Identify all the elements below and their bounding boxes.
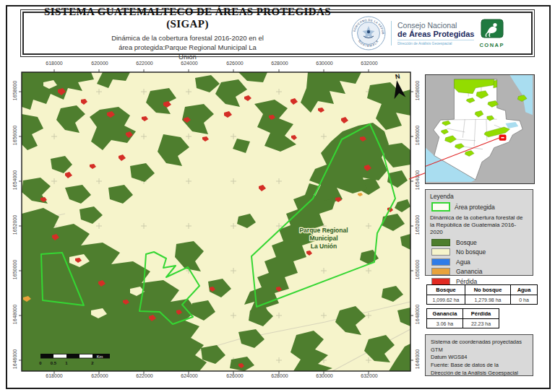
x-tick-top: 618000 xyxy=(36,61,72,66)
x-tick-bottom: 620000 xyxy=(82,373,118,378)
header-inner: SISTEMA GUATEMALTECO DE ÁREAS PROTEGIDAS… xyxy=(22,12,533,55)
legend: Leyenda Área protegida Dinámica de la co… xyxy=(425,189,533,276)
title-block: SISTEMA GUATEMALTECO DE ÁREAS PROTEGIDAS… xyxy=(24,4,351,61)
source-line: GTM xyxy=(431,347,528,354)
svg-text:Municipal: Municipal xyxy=(309,235,337,242)
x-tick-top: 630000 xyxy=(306,61,343,66)
x-tick-top: 632000 xyxy=(351,61,387,66)
y-tick-right: 1656000 xyxy=(415,114,420,157)
overview-map-canvas xyxy=(426,75,533,182)
council-line3: Dirección de Análisis Geoespacial xyxy=(397,40,474,45)
perdida-swatch xyxy=(431,278,450,285)
coverage-table: Bosque No bosque Agua 1,099.62 ha 1,279.… xyxy=(426,284,538,305)
legend-item-protected-area: Área protegida xyxy=(431,202,528,212)
header: SISTEMA GUATEMALTECO DE ÁREAS PROTEGIDAS… xyxy=(20,9,535,57)
legend-item-ganancia: Ganancia xyxy=(431,268,528,276)
legend-item-no-bosque: No bosque xyxy=(431,248,528,256)
y-tick-right: 1648000 xyxy=(415,293,420,336)
legend-title: Leyenda xyxy=(430,193,528,200)
guatemala-seal-icon: GOBIERNO DE LA REPÚBLICA GUATEMALA xyxy=(351,16,386,51)
protected-area-label: Área protegida xyxy=(455,204,495,211)
conap-quetzal-icon xyxy=(481,19,504,38)
legend-item-bosque: Bosque xyxy=(431,238,528,246)
protected-area-swatch xyxy=(431,202,450,212)
x-tick-bottom: 632000 xyxy=(351,373,387,378)
change-table-value-row: 3.06 ha 22.23 ha xyxy=(427,319,499,328)
change-table: Ganancia Pérdida 3.06 ha 22.23 ha xyxy=(426,308,499,328)
source-line: Datum WGS84 xyxy=(431,354,528,362)
y-tick-left: 1650000 xyxy=(12,248,17,292)
ganancia-swatch xyxy=(431,268,450,275)
conap-label: CONAP xyxy=(479,42,504,48)
y-tick-right: 1646000 xyxy=(415,338,420,381)
svg-text:0.5: 0.5 xyxy=(51,361,57,365)
y-tick-right: 1652000 xyxy=(415,204,420,247)
page-title: SISTEMA GUATEMALTECO DE ÁREAS PROTEGIDAS… xyxy=(24,6,351,30)
y-tick-left: 1646000 xyxy=(12,338,17,381)
svg-text:Km: Km xyxy=(97,354,103,359)
x-tick-bottom: 618000 xyxy=(36,373,72,378)
y-tick-right: 1650000 xyxy=(415,248,420,292)
y-tick-left: 1652000 xyxy=(12,204,17,247)
y-tick-left: 1648000 xyxy=(12,293,17,336)
x-tick-top: 626000 xyxy=(217,61,253,66)
page-subtitle: Dinámica de la cobertura forestal 2016-2… xyxy=(24,34,351,61)
svg-text:La Unión: La Unión xyxy=(311,243,337,250)
x-tick-bottom: 630000 xyxy=(306,373,343,378)
conap-logo: CONAP xyxy=(479,19,504,48)
source-line: Dirección de la Análisis Geoespacial xyxy=(431,370,528,378)
x-tick-bottom: 624000 xyxy=(171,373,207,378)
x-tick-bottom: 622000 xyxy=(126,373,163,378)
coverage-table-value-row: 1,099.62 ha 1,279.98 ha 0 ha xyxy=(427,295,538,305)
x-tick-top: 628000 xyxy=(262,61,298,66)
coverage-table-header-row: Bosque No bosque Agua xyxy=(427,285,538,295)
council-line1: Consejo Nacional xyxy=(397,21,474,30)
svg-text:Parque Regional: Parque Regional xyxy=(299,227,348,234)
change-table-header-row: Ganancia Pérdida xyxy=(427,309,499,319)
council-line2: de Áreas Protegidas xyxy=(397,30,474,38)
y-tick-left: 1658000 xyxy=(12,69,17,113)
no-bosque-swatch xyxy=(431,248,450,256)
logo-group: GOBIERNO DE LA REPÚBLICA GUATEMALA Conse… xyxy=(351,16,531,51)
source-info-box: Sistema de coordenadas proyectadas GTM D… xyxy=(425,334,533,376)
overview-map xyxy=(425,74,535,184)
legend-subtitle: Dinámica de la cobertura forestal de la … xyxy=(430,214,528,236)
y-tick-left: 1656000 xyxy=(12,114,17,157)
agua-swatch xyxy=(431,258,450,266)
bosque-swatch xyxy=(431,239,450,246)
source-line: Sistema de coordenadas proyectadas xyxy=(431,339,528,347)
x-tick-top: 624000 xyxy=(171,61,207,66)
x-tick-bottom: 628000 xyxy=(262,373,298,378)
map-document-page: SISTEMA GUATEMALTECO DE ÁREAS PROTEGIDAS… xyxy=(0,0,555,392)
legend-item-agua: Agua xyxy=(431,258,528,266)
y-tick-left: 1654000 xyxy=(12,159,17,202)
source-line: Fuente: Base de datos de la xyxy=(431,362,528,370)
x-tick-top: 620000 xyxy=(82,61,118,66)
locator-leader-line xyxy=(409,170,426,180)
main-map-canvas: Parque Regional Municipal La Unión N Km … xyxy=(22,72,410,371)
y-tick-right: 1658000 xyxy=(415,69,420,113)
council-text-block: Consejo Nacional de Áreas Protegidas Dir… xyxy=(391,21,474,45)
x-tick-bottom: 626000 xyxy=(217,373,253,378)
x-tick-top: 622000 xyxy=(126,61,163,66)
